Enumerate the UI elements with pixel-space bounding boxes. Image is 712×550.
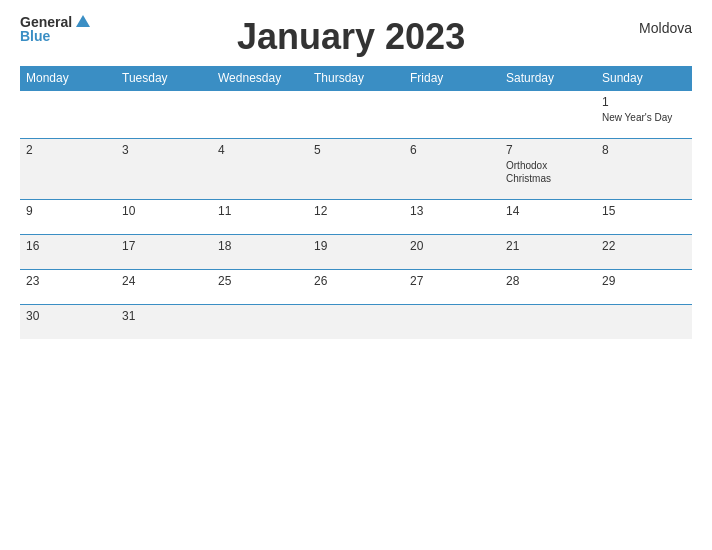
calendar-cell: 22 [596,235,692,270]
calendar-event: Orthodox Christmas [506,159,590,185]
calendar-cell: 27 [404,270,500,305]
calendar-cell: 25 [212,270,308,305]
calendar-cell: 7Orthodox Christmas [500,139,596,200]
day-number: 9 [26,204,110,218]
day-number: 14 [506,204,590,218]
calendar-cell: 23 [20,270,116,305]
col-monday: Monday [20,66,116,91]
calendar-cell [404,305,500,340]
calendar-cell: 9 [20,200,116,235]
day-number: 15 [602,204,686,218]
calendar-cell: 18 [212,235,308,270]
day-number: 16 [26,239,110,253]
calendar-week-row: 16171819202122 [20,235,692,270]
day-number: 1 [602,95,686,109]
day-number: 6 [410,143,494,157]
calendar-cell: 20 [404,235,500,270]
header: General Blue January 2023 Moldova [20,15,692,58]
calendar-cell [596,305,692,340]
day-number: 17 [122,239,206,253]
day-number: 26 [314,274,398,288]
calendar-cell [308,91,404,139]
calendar-week-row: 23242526272829 [20,270,692,305]
day-number: 4 [218,143,302,157]
calendar-cell: 26 [308,270,404,305]
calendar-table: Monday Tuesday Wednesday Thursday Friday… [20,66,692,339]
calendar-week-row: 9101112131415 [20,200,692,235]
calendar-page: General Blue January 2023 Moldova Monday… [0,0,712,550]
day-number: 31 [122,309,206,323]
day-number: 30 [26,309,110,323]
calendar-cell: 12 [308,200,404,235]
day-number: 28 [506,274,590,288]
calendar-cell [212,305,308,340]
calendar-week-row: 3031 [20,305,692,340]
day-number: 29 [602,274,686,288]
calendar-cell: 5 [308,139,404,200]
day-number: 22 [602,239,686,253]
day-number: 21 [506,239,590,253]
logo-general-text: General [20,15,90,29]
calendar-cell [116,91,212,139]
calendar-cell: 29 [596,270,692,305]
calendar-cell: 4 [212,139,308,200]
calendar-cell: 3 [116,139,212,200]
col-wednesday: Wednesday [212,66,308,91]
day-number: 8 [602,143,686,157]
day-number: 2 [26,143,110,157]
col-tuesday: Tuesday [116,66,212,91]
calendar-cell: 31 [116,305,212,340]
day-number: 5 [314,143,398,157]
col-saturday: Saturday [500,66,596,91]
logo: General Blue [20,15,90,43]
calendar-cell: 13 [404,200,500,235]
day-number: 3 [122,143,206,157]
calendar-cell: 1New Year's Day [596,91,692,139]
calendar-cell [404,91,500,139]
calendar-cell [500,91,596,139]
weekday-header-row: Monday Tuesday Wednesday Thursday Friday… [20,66,692,91]
calendar-cell: 19 [308,235,404,270]
day-number: 10 [122,204,206,218]
calendar-week-row: 234567Orthodox Christmas8 [20,139,692,200]
calendar-week-row: 1New Year's Day [20,91,692,139]
calendar-cell [212,91,308,139]
calendar-cell [500,305,596,340]
day-number: 13 [410,204,494,218]
day-number: 25 [218,274,302,288]
calendar-cell: 14 [500,200,596,235]
calendar-cell: 30 [20,305,116,340]
col-sunday: Sunday [596,66,692,91]
calendar-cell: 6 [404,139,500,200]
day-number: 18 [218,239,302,253]
calendar-cell: 11 [212,200,308,235]
col-friday: Friday [404,66,500,91]
col-thursday: Thursday [308,66,404,91]
calendar-cell: 16 [20,235,116,270]
day-number: 7 [506,143,590,157]
calendar-cell: 28 [500,270,596,305]
day-number: 24 [122,274,206,288]
day-number: 20 [410,239,494,253]
day-number: 23 [26,274,110,288]
day-number: 19 [314,239,398,253]
country-label: Moldova [612,15,692,36]
calendar-cell: 17 [116,235,212,270]
calendar-cell: 15 [596,200,692,235]
logo-blue-text: Blue [20,29,50,43]
calendar-event: New Year's Day [602,111,686,124]
day-number: 27 [410,274,494,288]
day-number: 11 [218,204,302,218]
calendar-cell: 2 [20,139,116,200]
calendar-cell: 10 [116,200,212,235]
logo-triangle-icon [76,15,90,27]
calendar-cell [20,91,116,139]
calendar-cell: 8 [596,139,692,200]
calendar-title: January 2023 [90,15,612,58]
calendar-cell: 24 [116,270,212,305]
calendar-cell [308,305,404,340]
calendar-cell: 21 [500,235,596,270]
day-number: 12 [314,204,398,218]
